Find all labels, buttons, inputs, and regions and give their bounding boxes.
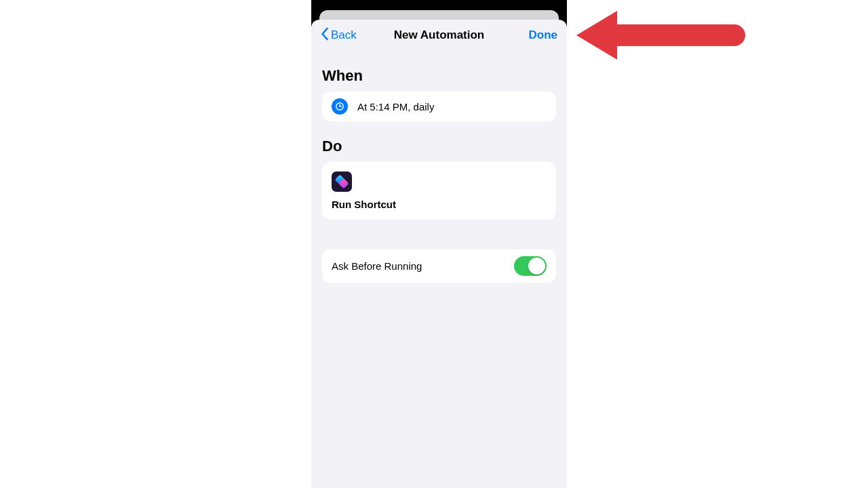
clock-icon [332, 98, 348, 115]
ask-before-running-label: Ask Before Running [332, 260, 422, 272]
ask-before-running-toggle[interactable] [514, 256, 547, 276]
do-action-row[interactable]: Run Shortcut [322, 162, 556, 220]
do-action-label: Run Shortcut [332, 199, 396, 210]
when-trigger-text: At 5:14 PM, daily [357, 101, 434, 113]
annotation-arrow-icon [576, 5, 746, 65]
chevron-left-icon [321, 27, 330, 44]
sheet-content: When At 5:14 PM, daily Do [311, 51, 567, 283]
modal-sheet: Back New Automation Done When At 5:14 PM… [311, 20, 567, 488]
page-title: New Automation [394, 28, 484, 42]
nav-bar: Back New Automation Done [311, 20, 567, 51]
when-trigger-row[interactable]: At 5:14 PM, daily [322, 92, 556, 121]
when-heading: When [322, 67, 556, 85]
back-button[interactable]: Back [321, 27, 357, 44]
do-heading: Do [322, 138, 556, 155]
toggle-knob [528, 258, 545, 274]
sheet-background-peek [319, 10, 559, 20]
ask-before-running-row: Ask Before Running [322, 249, 556, 283]
back-label: Back [331, 28, 357, 42]
done-button[interactable]: Done [529, 28, 558, 42]
svg-marker-5 [576, 11, 743, 60]
shortcuts-app-icon [332, 171, 352, 192]
